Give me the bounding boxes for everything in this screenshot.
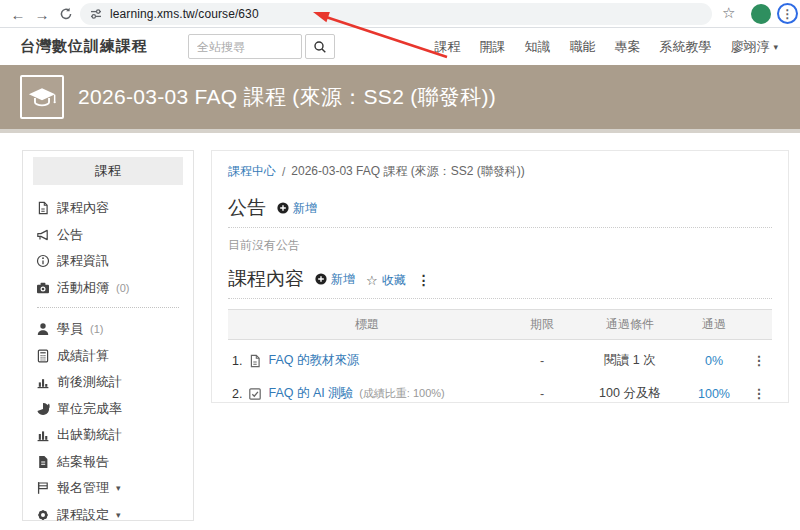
nav-item-projects[interactable]: 專案	[614, 38, 640, 56]
sidebar-item-registration[interactable]: 報名管理 ▾	[36, 481, 180, 495]
deadline-cell: -	[506, 340, 578, 374]
item-count: (0)	[116, 281, 129, 295]
reload-icon	[59, 7, 73, 21]
star-outline-icon: ☆	[366, 273, 378, 288]
course-content-table: 標題 期限 通過條件 通過 1. FAQ 的教材來源	[228, 309, 772, 406]
top-nav: 課程 開課 知識 職能 專案 系統教學 廖翊淳 ▾	[434, 38, 778, 56]
search-input[interactable]	[188, 34, 302, 59]
sidebar-item-label: 學員	[57, 322, 83, 336]
site-info-icon[interactable]	[89, 7, 103, 21]
sidebar-item-label: 出缺勤統計	[57, 428, 122, 442]
sidebar-item-announcements[interactable]: 公告	[36, 228, 180, 242]
search-icon	[313, 40, 327, 54]
browser-toolbar: ← → learning.xms.tw/course/630 ☆ ⋮	[0, 0, 800, 28]
sidebar-item-label: 成績計算	[57, 349, 109, 363]
favorite-label: 收藏	[382, 272, 406, 289]
row-more-button[interactable]: ⋮	[753, 353, 766, 368]
bookmark-star-icon[interactable]: ☆	[722, 4, 735, 22]
file-icon	[36, 201, 50, 215]
favorite-button[interactable]: ☆ 收藏	[366, 272, 406, 289]
quiz-note: (成績比重: 100%)	[359, 386, 445, 401]
pass-rate-link[interactable]: 0%	[682, 340, 746, 374]
sidebar-item-final-report[interactable]: 結案報告	[36, 455, 180, 469]
megaphone-icon	[36, 228, 50, 242]
nav-item-tutorial[interactable]: 系統教學	[659, 38, 711, 56]
sidebar-item-label: 課程設定	[57, 508, 109, 522]
nav-item-knowledge[interactable]: 知識	[524, 38, 550, 56]
sidebar-item-photo-album[interactable]: 活動相簿 (0)	[36, 281, 180, 295]
graduation-cap-icon	[27, 85, 57, 110]
row-number: 1.	[232, 354, 242, 368]
sidebar-item-pre-post-stats[interactable]: 前後測統計	[36, 375, 180, 389]
user-menu[interactable]: 廖翊淳 ▾	[730, 38, 778, 56]
camera-icon	[36, 281, 50, 295]
sidebar-item-label: 結案報告	[57, 455, 109, 469]
nav-item-courses[interactable]: 課程	[434, 38, 460, 56]
breadcrumb: 課程中心 / 2026-03-03 FAQ 課程 (來源：SS2 (聯發科))	[228, 163, 772, 180]
user-icon	[36, 322, 50, 336]
sidebar-item-attendance-stats[interactable]: 出缺勤統計	[36, 428, 180, 442]
chevron-down-icon: ▾	[116, 481, 121, 495]
course-content-title: 課程內容	[228, 266, 304, 292]
sidebar-item-course-content[interactable]: 課程內容	[36, 201, 180, 215]
condition-cell: 100 分及格	[578, 373, 682, 406]
sidebar-item-grade-calc[interactable]: 成績計算	[36, 349, 180, 363]
course-content-header: 課程內容 新增 ☆ 收藏 ⋮	[228, 266, 772, 299]
breadcrumb-separator: /	[282, 165, 285, 179]
deadline-cell: -	[506, 373, 578, 406]
col-condition-header: 通過條件	[578, 310, 682, 340]
pass-rate-link[interactable]: 100%	[682, 373, 746, 406]
breadcrumb-course-center-link[interactable]: 課程中心	[228, 163, 276, 180]
profile-avatar[interactable]	[751, 4, 771, 24]
browser-menu-button[interactable]: ⋮	[777, 3, 798, 24]
nav-item-competency[interactable]: 職能	[569, 38, 595, 56]
add-content-button[interactable]: 新增	[315, 271, 355, 288]
site-logo[interactable]: 台灣數位訓練課程	[20, 37, 148, 56]
course-title: 2026-03-03 FAQ 課程 (來源：SS2 (聯發科))	[78, 83, 496, 111]
col-deadline-header: 期限	[506, 310, 578, 340]
sidebar-item-label: 活動相簿	[57, 281, 109, 295]
file-icon	[248, 354, 262, 368]
announcements-header: 公告 新增	[228, 195, 772, 228]
url-text[interactable]: learning.xms.tw/course/630	[110, 7, 259, 21]
add-label: 新增	[293, 200, 317, 217]
calculator-icon	[36, 349, 50, 363]
sidebar-item-label: 課程內容	[57, 201, 109, 215]
course-banner: 2026-03-03 FAQ 課程 (來源：SS2 (聯發科))	[0, 65, 800, 133]
search-button[interactable]	[305, 34, 335, 59]
banner-icon-box	[20, 75, 64, 119]
quiz-link[interactable]: FAQ 的 AI 測驗	[268, 385, 353, 402]
sidebar-item-label: 公告	[57, 228, 83, 242]
table-row: 2. FAQ 的 AI 測驗 (成績比重: 100%) - 100 分及格 10…	[228, 373, 772, 406]
plus-circle-icon	[315, 273, 327, 285]
chevron-down-icon: ▾	[116, 508, 121, 522]
site-header: 台灣數位訓練課程 課程 開課 知識 職能 專案 系統教學 廖翊淳 ▾	[0, 28, 800, 65]
sidebar-item-unit-completion[interactable]: 單位完成率	[36, 402, 180, 416]
nav-item-offerings[interactable]: 開課	[479, 38, 505, 56]
row-more-button[interactable]: ⋮	[753, 386, 766, 401]
browser-back-button[interactable]: ←	[8, 4, 28, 24]
content-more-button[interactable]: ⋮	[417, 272, 431, 288]
add-announcement-button[interactable]: 新增	[277, 200, 317, 217]
sidebar-item-students[interactable]: 學員 (1)	[36, 322, 180, 336]
table-row: 1. FAQ 的教材來源 - 閱讀 1 次 0% ⋮	[228, 340, 772, 374]
bar-chart-icon	[36, 375, 50, 389]
add-label: 新增	[331, 271, 355, 288]
material-link[interactable]: FAQ 的教材來源	[268, 352, 359, 369]
url-bar[interactable]: learning.xms.tw/course/630	[80, 3, 712, 25]
sidebar-item-label: 課程資訊	[57, 254, 109, 268]
item-count: (1)	[90, 322, 103, 336]
browser-forward-button[interactable]: →	[32, 4, 52, 24]
condition-cell: 閱讀 1 次	[578, 340, 682, 374]
sidebar-item-course-settings[interactable]: 課程設定 ▾	[36, 508, 180, 522]
course-sidebar: 課程 課程內容 公告 課程資訊	[22, 150, 194, 521]
checkbox-icon	[248, 387, 262, 401]
sidebar-item-label: 前後測統計	[57, 375, 122, 389]
sidebar-item-label: 報名管理	[57, 481, 109, 495]
chevron-down-icon: ▾	[773, 42, 778, 52]
pie-chart-icon	[36, 402, 50, 416]
browser-reload-button[interactable]	[56, 4, 76, 24]
gear-icon	[36, 508, 50, 522]
sidebar-item-course-info[interactable]: 課程資訊	[36, 254, 180, 268]
sidebar-divider	[37, 307, 179, 308]
